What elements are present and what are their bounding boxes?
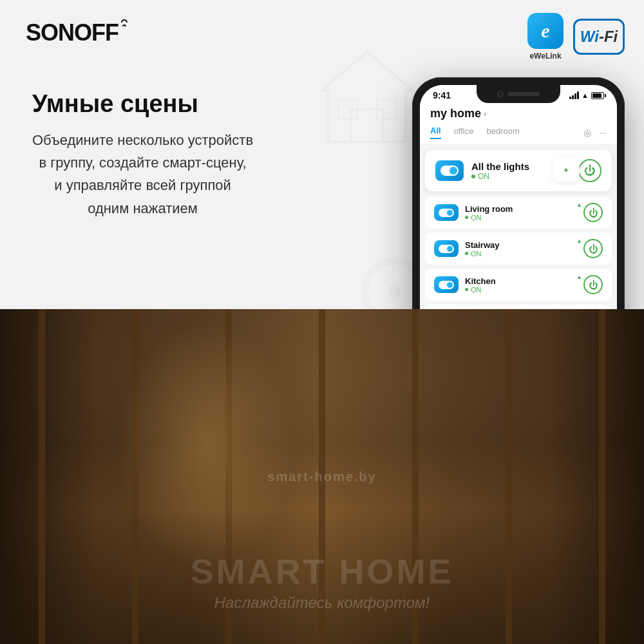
device-name-stairway: Stairway bbox=[465, 240, 577, 250]
tab-bedroom[interactable]: bedroom bbox=[486, 126, 519, 138]
status-time: 9:41 bbox=[433, 90, 451, 100]
subtitle-line1: Объедините несколько устройств bbox=[32, 129, 253, 151]
app-header: my home › All office bedroom ◎ ··· bbox=[420, 103, 617, 145]
featured-device-card[interactable]: ▲ All the lights ON bbox=[425, 150, 612, 191]
wifi-indicator-living-room: ▲ bbox=[576, 202, 582, 208]
main-title: Умные сцены bbox=[32, 90, 198, 118]
device-status-living-room: ON bbox=[465, 214, 577, 222]
tab-icons: ◎ ··· bbox=[583, 128, 607, 138]
bottom-text-area: SMART HOME Наслаждайтесь комфортом! bbox=[0, 551, 644, 612]
wifi-indicator-stairway: ▲ bbox=[576, 238, 582, 244]
device-info-living-room: Living room ON bbox=[465, 204, 577, 222]
ewelink-label: eWeLink bbox=[529, 52, 561, 61]
signal-bar-4 bbox=[577, 91, 579, 99]
toggle-kitchen bbox=[439, 281, 454, 289]
power-button-featured[interactable]: ⏻ bbox=[578, 159, 601, 182]
svg-rect-0 bbox=[351, 109, 383, 142]
app-tabs: All office bedroom ◎ ··· bbox=[430, 126, 607, 139]
toggle-switch-featured bbox=[440, 166, 459, 176]
device-card-living-room[interactable]: ▲ Living room ON bbox=[425, 196, 612, 229]
device-icon-featured bbox=[435, 160, 464, 181]
phone-speaker bbox=[507, 92, 540, 96]
device-status-kitchen: ON bbox=[465, 286, 577, 294]
status-dot-featured bbox=[471, 175, 475, 178]
toggle-dot-stairway bbox=[447, 246, 453, 252]
tagline: Наслаждайтесь комфортом! bbox=[0, 594, 644, 612]
device-icon-kitchen bbox=[434, 276, 459, 293]
status-icons: ▲ bbox=[569, 91, 604, 99]
ewelink-icon: e bbox=[527, 13, 564, 49]
signal-bar-1 bbox=[569, 97, 571, 99]
chevron-right-icon: › bbox=[484, 109, 486, 118]
subtitle-line2: в группу, создайте смарт-сцену, bbox=[32, 151, 253, 174]
brand-name: SONOFF bbox=[26, 19, 118, 46]
device-name-living-room: Living room bbox=[465, 204, 577, 214]
device-icon-living-room bbox=[434, 204, 459, 221]
sonoff-wifi-arc bbox=[121, 19, 128, 26]
more-icon[interactable]: ··· bbox=[599, 128, 607, 138]
smart-home-watermark: SMART HOME bbox=[0, 551, 644, 591]
main-subtitle: Объедините несколько устройств в группу,… bbox=[32, 129, 253, 220]
domain-watermark: smart-home.by bbox=[267, 469, 376, 484]
power-button-kitchen[interactable]: ⏻ bbox=[583, 275, 603, 294]
toggle-living-room bbox=[439, 209, 454, 217]
device-card-kitchen[interactable]: ▲ Kitchen ON bbox=[425, 269, 612, 301]
device-icon-stairway bbox=[434, 240, 459, 257]
subtitle-line3: и управляйте всей группой bbox=[32, 174, 253, 196]
eye-icon[interactable]: ◎ bbox=[583, 128, 591, 138]
status-dot-kitchen bbox=[465, 288, 468, 291]
power-button-stairway[interactable]: ⏻ bbox=[583, 239, 603, 258]
ewelink-badge: e eWeLink bbox=[527, 13, 564, 61]
inner-light bbox=[116, 322, 296, 567]
subtitle-line4: одним нажатием bbox=[32, 197, 253, 220]
wifi-indicator-featured: ▲ bbox=[553, 156, 580, 182]
battery-fill bbox=[592, 93, 601, 98]
toggle-stairway bbox=[439, 245, 454, 253]
signal-bars bbox=[569, 91, 579, 99]
bottom-section: smart-home.by SMART HOME Наслаждайтесь к… bbox=[0, 309, 644, 644]
device-status-stairway: ON bbox=[465, 250, 577, 258]
toggle-dot-kitchen bbox=[447, 282, 453, 288]
wifi-status-icon: ▲ bbox=[582, 91, 589, 99]
top-right-logos: e eWeLink Wi-Fi bbox=[527, 13, 625, 61]
device-card-stairway[interactable]: ▲ Stairway ON bbox=[425, 232, 612, 265]
wifi-badge: Wi-Fi bbox=[573, 19, 625, 55]
battery-icon bbox=[591, 92, 604, 99]
status-dot-stairway bbox=[465, 252, 468, 255]
device-info-stairway: Stairway ON bbox=[465, 240, 577, 258]
status-dot-living-room bbox=[465, 216, 468, 219]
phone-notch bbox=[477, 85, 560, 103]
toggle-dot-featured bbox=[450, 167, 457, 175]
power-button-living-room[interactable]: ⏻ bbox=[583, 203, 603, 222]
tab-all[interactable]: All bbox=[430, 126, 441, 139]
signal-bar-3 bbox=[574, 93, 576, 99]
device-info-kitchen: Kitchen ON bbox=[465, 276, 577, 294]
wifi-indicator-kitchen: ▲ bbox=[576, 274, 582, 280]
app-home-title: my home › bbox=[430, 107, 486, 120]
sonoff-logo: SONOFF bbox=[26, 19, 128, 46]
phone-camera-dot bbox=[497, 91, 504, 97]
tab-office[interactable]: office bbox=[454, 126, 474, 138]
top-section: ⊙ SONOFF e eWeLink Wi-Fi Умные сцены Объ… bbox=[0, 0, 644, 309]
wifi-badge-text: Wi-Fi bbox=[580, 28, 618, 46]
app-home-row: my home › bbox=[430, 107, 607, 120]
toggle-dot-living-room bbox=[447, 210, 453, 216]
signal-bar-2 bbox=[572, 95, 574, 99]
device-name-kitchen: Kitchen bbox=[465, 276, 577, 286]
